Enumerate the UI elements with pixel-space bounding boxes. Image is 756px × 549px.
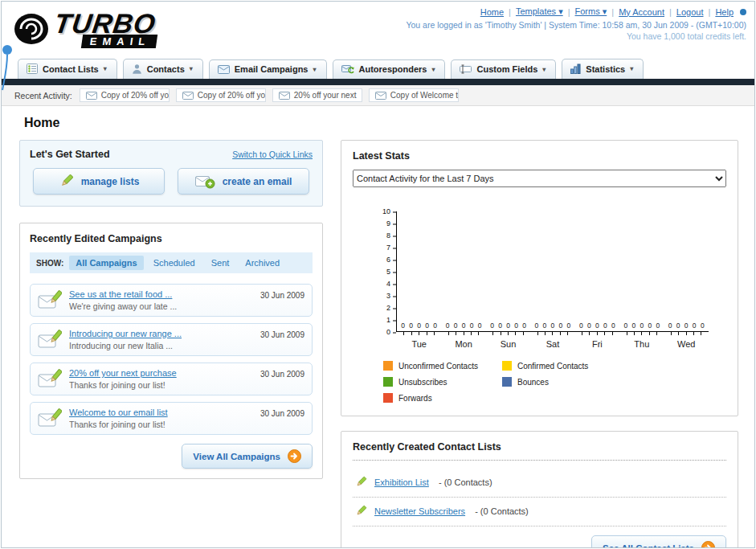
legend-swatch — [383, 377, 393, 387]
x-axis-category-label: Sat — [530, 339, 574, 349]
legend-item-bounces: Bounces — [502, 377, 621, 387]
campaign-title-link[interactable]: 20% off your next purchase — [69, 368, 253, 378]
chart-value-label: 0 — [631, 322, 635, 330]
view-all-campaigns-button[interactable]: View All Campaigns — [182, 444, 313, 469]
login-info: You are logged in as 'Timothy Smith' | S… — [406, 20, 746, 30]
recent-activity-bar: Recent Activity: Copy of 20% off yoCopy … — [2, 85, 754, 106]
envelope-icon — [375, 92, 386, 100]
campaign-edit-icon — [38, 408, 62, 429]
chart-value-label: 0 — [433, 322, 437, 330]
chevron-down-icon: ▾ — [190, 65, 193, 72]
see-all-contact-lists-button[interactable]: See All Contact Lists — [591, 535, 726, 548]
y-axis-tick: 8 — [386, 232, 390, 240]
campaign-title-link[interactable]: Welcome to our email list — [69, 408, 253, 417]
nav-tab-email-campaigns[interactable]: Email Campaigns▾ — [209, 59, 327, 79]
campaign-list-item[interactable]: Introducing our new range ...Introducing… — [30, 323, 313, 356]
nav-tab-contacts[interactable]: Contacts▾ — [123, 59, 203, 79]
top-link-templates[interactable]: Templates ▾ — [516, 6, 563, 17]
recent-activity-item[interactable]: Copy of 20% off yo — [176, 88, 266, 102]
x-axis-tick — [582, 332, 582, 335]
campaign-list-item[interactable]: 20% off your next purchaseThanks for joi… — [30, 363, 313, 395]
x-axis-tick — [427, 332, 427, 335]
chart-value-label: 0 — [454, 322, 458, 330]
campaign-filter-sent[interactable]: Sent — [205, 256, 236, 270]
chart-value-label: 0 — [676, 322, 680, 330]
contact-list-link[interactable]: Newsletter Subscribers — [374, 506, 465, 516]
campaign-list-item[interactable]: See us at the retail food ...We're givin… — [30, 284, 313, 317]
chart-value-labels: 00000 — [530, 322, 574, 330]
campaign-title-link[interactable]: Introducing our new range ... — [69, 329, 253, 338]
chart-category-group: 00000Sat — [530, 211, 574, 331]
top-link-home[interactable]: Home — [480, 7, 504, 17]
manage-lists-button[interactable]: manage lists — [33, 168, 165, 195]
chart-value-labels: 00000 — [575, 322, 619, 330]
envelope-icon — [279, 92, 290, 100]
chart-category-group: 00000Wed — [664, 211, 709, 331]
legend-item-unconfirmed-contacts: Unconfirmed Contacts — [383, 361, 502, 371]
contact-list-item[interactable]: Newsletter Subscribers - (0 Contacts) — [353, 498, 726, 526]
chevron-down-icon: ▾ — [104, 65, 107, 72]
chart-category-group: 00000Mon — [441, 211, 485, 331]
x-axis-tick — [501, 332, 501, 335]
chart-value-label: 0 — [462, 322, 466, 330]
recent-activity-label: Recent Activity: — [14, 91, 72, 100]
chart-value-label: 0 — [693, 322, 697, 330]
campaign-date: 30 Jun 2009 — [260, 291, 304, 300]
x-axis-tick — [641, 332, 642, 335]
top-link-my-account[interactable]: My Account — [619, 7, 664, 17]
switch-quick-links-link[interactable]: Switch to Quick Links — [232, 150, 313, 159]
link-separator: | — [611, 7, 614, 17]
legend-item-forwards: Forwards — [383, 393, 502, 403]
chevron-down-icon: ▾ — [431, 66, 435, 73]
top-links: Home|Templates ▾|Forms ▾|My Account|Logo… — [406, 6, 746, 17]
stats-period-select[interactable]: Contact Activity for the Last 7 Days — [353, 170, 726, 187]
y-axis-tick: 0 — [386, 329, 390, 336]
nav-tab-autoresponders[interactable]: Autoresponders▾ — [333, 59, 446, 79]
x-axis-tick — [656, 332, 657, 335]
manage-lists-label: manage lists — [81, 176, 140, 187]
x-axis-tick — [693, 332, 694, 335]
campaign-edit-icon — [38, 330, 62, 350]
x-axis-ticks — [619, 332, 664, 335]
chevron-down-icon: ▾ — [630, 65, 633, 72]
recent-activity-item[interactable]: 20% off your next — [272, 88, 362, 102]
campaigns-panel-title: Recently Edited Campaigns — [30, 233, 313, 244]
contact-list-item[interactable]: Exhibition List - (0 Contacts) — [353, 469, 726, 498]
chevron-down-icon: ▾ — [313, 66, 316, 73]
contact-list-link[interactable]: Exhibition List — [374, 477, 429, 487]
campaign-title-link[interactable]: See us at the retail food ... — [69, 289, 253, 299]
chart-value-labels: 00000 — [441, 322, 485, 330]
campaign-list-item[interactable]: Welcome to our email listThanks for join… — [30, 402, 313, 435]
contact-list-items: Exhibition List - (0 Contacts)Newsletter… — [353, 469, 726, 526]
create-email-button[interactable]: create an email — [178, 168, 309, 195]
decoration-balloon — [2, 43, 13, 93]
link-separator: | — [709, 7, 711, 17]
top-link-logout[interactable]: Logout — [676, 7, 704, 17]
nav-tab-custom-fields[interactable]: Custom Fields▾ — [451, 59, 556, 79]
campaign-filter-archived[interactable]: Archived — [239, 256, 286, 270]
campaign-filter-all-campaigns[interactable]: All Campaigns — [69, 256, 143, 270]
x-axis-ticks — [530, 332, 574, 335]
chart-value-labels: 00000 — [397, 322, 441, 330]
latest-stats-title: Latest Stats — [353, 150, 726, 162]
x-axis-ticks — [575, 332, 619, 335]
campaign-text: Introducing our new range ...Introducing… — [69, 329, 253, 350]
credits-info: You have 1,000 total credits left. — [406, 31, 746, 41]
nav-tab-contact-lists[interactable]: Contact Lists▾ — [18, 59, 117, 79]
email-campaigns-icon — [218, 65, 230, 74]
chart-value-label: 0 — [401, 322, 405, 330]
recent-activity-item[interactable]: Copy of Welcome to — [369, 88, 459, 102]
x-axis-category-label: Thu — [619, 339, 664, 349]
pencil-icon — [354, 505, 367, 518]
x-axis-tick — [552, 332, 553, 335]
top-link-forms[interactable]: Forms ▾ — [575, 6, 607, 17]
campaign-filter-scheduled[interactable]: Scheduled — [147, 256, 202, 270]
arrow-right-icon — [288, 449, 301, 463]
y-axis-tick: 6 — [386, 256, 390, 264]
chart-value-label: 0 — [490, 322, 494, 330]
legend-item-unsubscribes: Unsubscribes — [383, 377, 502, 387]
recent-activity-item[interactable]: Copy of 20% off yo — [80, 88, 170, 102]
nav-tab-statistics[interactable]: Statistics▾ — [562, 59, 644, 79]
top-link-help[interactable]: Help — [715, 7, 734, 17]
logo-main-text: TURBO — [53, 10, 159, 36]
